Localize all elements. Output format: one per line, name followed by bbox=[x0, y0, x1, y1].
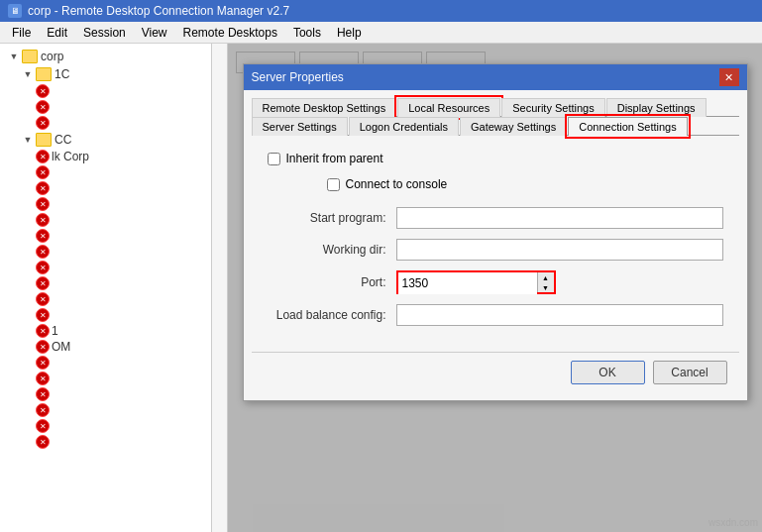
tree-node-1[interactable]: 1 bbox=[4, 323, 207, 339]
expand-icon: ▼ bbox=[20, 66, 36, 82]
connect-to-console-row: Connect to console bbox=[268, 177, 723, 191]
title-text: corp - Remote Desktop Connection Manager… bbox=[28, 4, 289, 18]
server-properties-dialog: Server Properties ✕ Remote Desktop Setti… bbox=[243, 63, 748, 401]
menu-view[interactable]: View bbox=[134, 24, 175, 42]
list-item[interactable] bbox=[4, 228, 207, 244]
dialog-body: Remote Desktop Settings Local Resources … bbox=[244, 90, 747, 400]
tab-security-settings[interactable]: Security Settings bbox=[501, 98, 605, 117]
list-item[interactable] bbox=[4, 402, 207, 418]
working-dir-label: Working dir: bbox=[268, 243, 386, 257]
error-icon bbox=[36, 276, 50, 290]
tab-connection-settings[interactable]: Connection Settings bbox=[568, 117, 687, 136]
list-item[interactable] bbox=[4, 115, 207, 131]
tab-server-settings[interactable]: Server Settings bbox=[252, 117, 348, 136]
dialog-overlay: Server Properties ✕ Remote Desktop Setti… bbox=[228, 44, 762, 532]
start-program-row: Start program: bbox=[268, 207, 723, 229]
tree-label: lk Corp bbox=[52, 150, 89, 163]
form-area: Inherit from parent Connect to console S… bbox=[252, 144, 739, 344]
port-spin-down[interactable]: ▼ bbox=[538, 282, 554, 292]
tree-node-1c[interactable]: ▼ 1C bbox=[4, 65, 207, 83]
folder-icon bbox=[36, 67, 52, 81]
ok-button[interactable]: OK bbox=[571, 361, 645, 384]
port-input[interactable] bbox=[398, 272, 537, 294]
list-item[interactable] bbox=[4, 386, 207, 402]
tree-node-cc[interactable]: ▼ CC bbox=[4, 131, 207, 149]
tab-row-2: Server Settings Logon Credentials Gatewa… bbox=[252, 117, 739, 136]
list-item[interactable] bbox=[4, 275, 207, 291]
list-item[interactable] bbox=[4, 244, 207, 260]
tree-node-lkcorp[interactable]: lk Corp bbox=[4, 149, 207, 164]
menu-edit[interactable]: Edit bbox=[39, 24, 75, 42]
title-bar: 🖥 corp - Remote Desktop Connection Manag… bbox=[0, 0, 762, 22]
tab-gateway-settings[interactable]: Gateway Settings bbox=[460, 117, 567, 136]
tree-label: 1 bbox=[52, 324, 58, 338]
list-item[interactable] bbox=[4, 291, 207, 307]
list-item[interactable] bbox=[4, 164, 207, 180]
app-icon: 🖥 bbox=[8, 4, 22, 18]
connect-to-console-label: Connect to console bbox=[346, 177, 448, 191]
error-icon bbox=[36, 372, 50, 385]
menu-session[interactable]: Session bbox=[75, 24, 134, 42]
tree-node-corp[interactable]: ▼ corp bbox=[4, 48, 207, 65]
tab-row-1: Remote Desktop Settings Local Resources … bbox=[252, 98, 739, 117]
list-item[interactable] bbox=[4, 418, 207, 434]
folder-icon bbox=[22, 50, 38, 63]
port-container: ▲ ▼ bbox=[396, 270, 556, 294]
list-item[interactable] bbox=[4, 212, 207, 228]
port-row: Port: ▲ ▼ bbox=[268, 270, 723, 294]
menu-help[interactable]: Help bbox=[329, 24, 370, 42]
list-item[interactable] bbox=[4, 260, 207, 275]
list-item[interactable] bbox=[4, 434, 207, 450]
inherit-from-parent-checkbox[interactable] bbox=[268, 153, 280, 165]
port-input-wrapper: ▲ ▼ bbox=[396, 270, 556, 294]
list-item[interactable] bbox=[4, 307, 207, 323]
error-icon bbox=[36, 165, 50, 179]
connect-to-console-checkbox[interactable] bbox=[327, 178, 340, 191]
cancel-button[interactable]: Cancel bbox=[653, 361, 727, 384]
list-item[interactable] bbox=[4, 371, 207, 386]
port-spin-buttons: ▲ ▼ bbox=[537, 272, 554, 292]
menu-file[interactable]: File bbox=[4, 24, 39, 42]
error-icon bbox=[36, 150, 50, 163]
start-program-input[interactable] bbox=[396, 207, 723, 229]
tab-display-settings[interactable]: Display Settings bbox=[606, 98, 707, 117]
working-dir-row: Working dir: bbox=[268, 239, 723, 261]
menu-remote-desktops[interactable]: Remote Desktops bbox=[175, 24, 285, 42]
error-icon bbox=[36, 116, 50, 130]
tab-local-resources[interactable]: Local Resources bbox=[397, 98, 500, 117]
tree-label: corp bbox=[41, 50, 63, 63]
menu-bar: File Edit Session View Remote Desktops T… bbox=[0, 22, 762, 44]
dialog-title-bar: Server Properties ✕ bbox=[244, 64, 747, 90]
expand-icon: ▼ bbox=[20, 132, 36, 148]
dialog-title-text: Server Properties bbox=[252, 70, 344, 84]
working-dir-input[interactable] bbox=[396, 239, 723, 261]
tree-scrollbar[interactable] bbox=[211, 44, 227, 532]
error-icon bbox=[36, 387, 50, 401]
error-icon bbox=[36, 261, 50, 274]
port-label: Port: bbox=[268, 275, 386, 289]
inherit-from-parent-row: Inherit from parent bbox=[268, 152, 723, 165]
error-icon bbox=[36, 356, 50, 370]
error-icon bbox=[36, 308, 50, 322]
folder-icon bbox=[36, 133, 52, 147]
tab-remote-desktop-settings[interactable]: Remote Desktop Settings bbox=[252, 98, 397, 117]
error-icon bbox=[36, 197, 50, 211]
menu-tools[interactable]: Tools bbox=[285, 24, 329, 42]
load-balance-input[interactable] bbox=[396, 304, 723, 326]
list-item[interactable] bbox=[4, 196, 207, 212]
tree-panel: ▼ corp ▼ 1C bbox=[0, 44, 228, 532]
list-item[interactable] bbox=[4, 180, 207, 196]
inherit-from-parent-label: Inherit from parent bbox=[286, 152, 383, 165]
list-item[interactable] bbox=[4, 83, 207, 99]
tab-logon-credentials[interactable]: Logon Credentials bbox=[349, 117, 459, 136]
error-icon bbox=[36, 419, 50, 433]
error-icon bbox=[36, 100, 50, 114]
dialog-close-button[interactable]: ✕ bbox=[719, 68, 739, 86]
tree-node-om[interactable]: OM bbox=[4, 339, 207, 355]
error-icon bbox=[36, 292, 50, 306]
list-item[interactable] bbox=[4, 99, 207, 115]
port-spin-up[interactable]: ▲ bbox=[538, 272, 554, 282]
error-icon bbox=[36, 84, 50, 98]
list-item[interactable] bbox=[4, 355, 207, 371]
load-balance-row: Load balance config: bbox=[268, 304, 723, 326]
